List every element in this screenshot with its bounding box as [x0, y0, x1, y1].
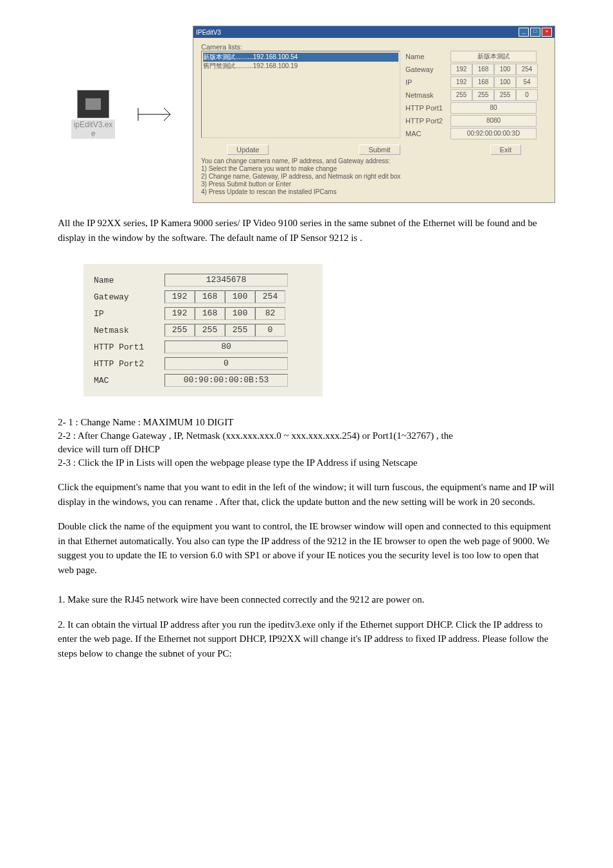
arrow-right-icon [135, 102, 186, 127]
exe-icon [77, 90, 109, 118]
gateway-octet[interactable]: 100 [494, 64, 516, 75]
properties-panel: Name新版本測試 Gateway 192 168 100 254 IP 192… [405, 51, 547, 141]
window-close-icon[interactable]: × [542, 28, 552, 37]
ipedit-dialog: IPEditV3 _ □ × Camera lists: 新版本測試......… [193, 26, 555, 203]
gateway-octet[interactable]: 168 [472, 64, 494, 75]
body-paragraph: Double click the name of the equipment y… [58, 519, 555, 577]
fig-ip-octet[interactable]: 100 [225, 307, 255, 320]
body-paragraph: Click the equipment's name that you want… [58, 480, 555, 509]
note-line: 2- 1 : Change Name : MAXIMUM 10 DIGIT [58, 416, 555, 429]
fig-netmask-octet[interactable]: 255 [195, 324, 225, 337]
camera-lists-label: Camera lists: [201, 43, 547, 51]
window-minimize-icon[interactable]: _ [519, 28, 529, 37]
http-port2-field[interactable]: 8080 [450, 115, 537, 127]
fig-http2-label: HTTP Port2 [94, 359, 164, 369]
ip-octet[interactable]: 54 [516, 76, 538, 88]
netmask-octet[interactable]: 0 [516, 89, 538, 101]
fig-ip-octet[interactable]: 192 [164, 307, 195, 320]
fig-gateway-octet[interactable]: 254 [255, 290, 285, 303]
mac-field: 00:92:00:00:00:3D [450, 128, 537, 139]
fig-netmask-octet[interactable]: 0 [255, 324, 285, 337]
fig-netmask-octet[interactable]: 255 [164, 324, 195, 337]
fig-netmask-octet[interactable]: 255 [225, 324, 255, 337]
ip-octet[interactable]: 192 [450, 76, 472, 88]
http-port1-label: HTTP Port1 [405, 104, 450, 112]
ip-octet[interactable]: 168 [472, 76, 494, 88]
fig-http1-label: HTTP Port1 [94, 342, 164, 352]
properties-figure: Name12345678 Gateway 192 168 100 254 IP … [84, 264, 323, 396]
fig-mac-value: 00:90:00:00:0B:53 [164, 374, 288, 387]
fig-gateway-octet[interactable]: 100 [225, 290, 255, 303]
body-paragraph: 2. It can obtain the virtual IP address … [58, 617, 555, 661]
camera-list-item[interactable]: 新版本測試..........192.168.100.54 [203, 53, 398, 62]
netmask-octet[interactable]: 255 [450, 89, 472, 101]
ip-octet[interactable]: 100 [494, 76, 516, 88]
ip-label: IP [405, 78, 450, 86]
body-paragraph: All the IP 92XX series, IP Kamera 9000 s… [58, 216, 555, 245]
fig-http2-value[interactable]: 0 [164, 357, 288, 370]
gateway-label: Gateway [405, 66, 450, 73]
app-shortcut-label: ipEditV3.ex e [71, 120, 116, 139]
dialog-titlebar: IPEditV3 _ □ × [193, 26, 555, 38]
gateway-octet[interactable]: 254 [516, 64, 538, 75]
note-line: device will turn off DHCP [58, 443, 555, 456]
camera-list[interactable]: 新版本測試..........192.168.100.54 舊門禁測試.....… [201, 51, 400, 138]
dialog-title: IPEditV3 [196, 29, 221, 36]
netmask-label: Netmask [405, 91, 450, 99]
note-line: 2-2 : After Change Gateway , IP, Netmask… [58, 429, 555, 443]
gateway-octet[interactable]: 192 [450, 64, 472, 75]
fig-mac-label: MAC [94, 376, 164, 385]
app-shortcut-icon: ipEditV3.ex e [58, 90, 129, 139]
window-maximize-icon[interactable]: □ [530, 28, 540, 37]
name-field[interactable]: 新版本測試 [450, 51, 537, 62]
fig-http1-value[interactable]: 80 [164, 341, 288, 353]
fig-gateway-label: Gateway [94, 292, 164, 302]
netmask-octet[interactable]: 255 [472, 89, 494, 101]
mac-label: MAC [405, 130, 450, 137]
body-paragraph: 1. Make sure the RJ45 network wire have … [58, 592, 555, 607]
http-port1-field[interactable]: 80 [450, 102, 537, 114]
update-button[interactable]: Update [227, 145, 269, 155]
note-line: 2-3 : Click the IP in Lists will open th… [58, 456, 555, 470]
netmask-octet[interactable]: 255 [494, 89, 516, 101]
submit-button[interactable]: Submit [359, 145, 400, 155]
fig-name-label: Name [94, 276, 164, 285]
fig-name-value[interactable]: 12345678 [164, 274, 288, 287]
camera-list-item[interactable]: 舊門禁測試..........192.168.100.19 [203, 62, 398, 71]
fig-ip-octet[interactable]: 82 [255, 307, 285, 320]
fig-netmask-label: Netmask [94, 326, 164, 335]
exit-button[interactable]: Exit [490, 145, 521, 155]
instructions-text: You can change camera name, IP address, … [201, 157, 547, 196]
fig-gateway-octet[interactable]: 192 [164, 290, 195, 303]
name-label: Name [405, 53, 450, 60]
fig-ip-octet[interactable]: 168 [195, 307, 225, 320]
fig-gateway-octet[interactable]: 168 [195, 290, 225, 303]
http-port2-label: HTTP Port2 [405, 117, 450, 125]
fig-ip-label: IP [94, 309, 164, 319]
